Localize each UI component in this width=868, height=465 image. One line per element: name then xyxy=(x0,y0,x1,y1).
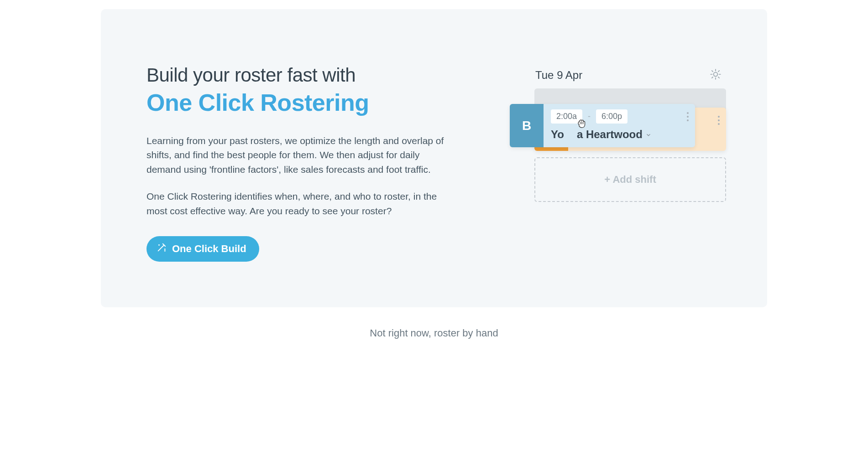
svg-line-11 xyxy=(718,71,719,72)
magic-wand-icon xyxy=(157,243,167,255)
chevron-down-icon xyxy=(645,128,652,141)
hero-heading: Build your roster fast with One Click Ro… xyxy=(146,64,448,117)
more-menu-icon[interactable] xyxy=(687,112,689,121)
svg-line-9 xyxy=(718,77,719,78)
svg-point-1 xyxy=(165,249,165,249)
hero-card: Build your roster fast with One Click Ro… xyxy=(101,9,767,307)
sun-icon xyxy=(710,68,722,82)
grab-cursor-icon xyxy=(575,118,588,132)
more-menu-icon[interactable] xyxy=(718,116,720,125)
svg-point-3 xyxy=(714,72,718,77)
one-click-build-button[interactable]: One Click Build xyxy=(146,236,259,262)
shift-times: 2:00a - 6:00p xyxy=(551,109,688,124)
hero-paragraph-2: One Click Rostering identifies when, whe… xyxy=(146,189,448,218)
day-header: Tue 9 Apr xyxy=(525,68,726,88)
hero-heading-line2: One Click Rostering xyxy=(146,88,448,117)
add-shift-button[interactable]: + Add shift xyxy=(534,157,726,202)
hero-heading-line1: Build your roster fast with xyxy=(146,64,356,86)
hero-paragraph-1: Learning from your past rosters, we opti… xyxy=(146,134,448,177)
skip-link[interactable]: Not right now, roster by hand xyxy=(92,327,776,339)
hero-copy: Build your roster fast with One Click Ro… xyxy=(146,64,448,262)
svg-point-2 xyxy=(165,251,165,251)
roster-preview: Tue 9 Apr B 2:00a xyxy=(525,68,726,202)
svg-line-8 xyxy=(712,71,713,72)
shift-badge: B xyxy=(510,104,544,147)
svg-line-10 xyxy=(712,77,713,78)
svg-point-0 xyxy=(159,245,159,245)
cta-label: One Click Build xyxy=(172,243,246,255)
shift-person-selector[interactable]: Yoa Heartwood xyxy=(551,128,688,141)
shift-end-time[interactable]: 6:00p xyxy=(596,109,627,124)
day-label: Tue 9 Apr xyxy=(535,69,582,82)
shift-card-b[interactable]: B 2:00a - 6:00p Yoa Heartwood xyxy=(510,104,695,147)
